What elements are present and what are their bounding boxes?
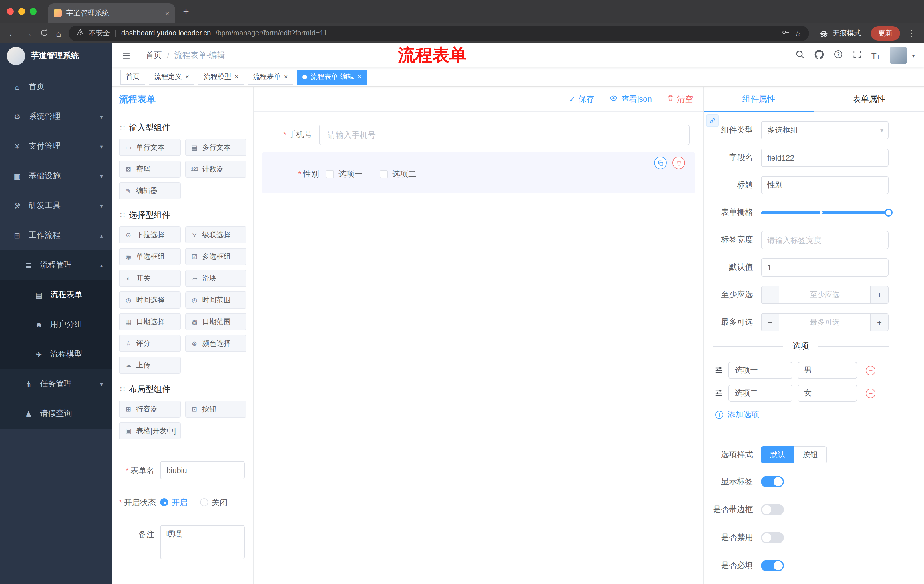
add-option-button[interactable]: + 添加选项 bbox=[704, 410, 889, 420]
status-off-label[interactable]: 关闭 bbox=[211, 493, 228, 512]
app-logo[interactable]: 芋道管理系统 bbox=[0, 43, 112, 69]
form-remark-input[interactable]: 嘿嘿 bbox=[160, 525, 245, 559]
sidebar-item-workflow[interactable]: ⊞ 工作流程 ▴ bbox=[0, 220, 112, 250]
component-time-picker[interactable]: ◷时间选择 bbox=[119, 291, 180, 309]
password-key-icon[interactable] bbox=[782, 28, 790, 38]
zoom-window-button[interactable] bbox=[30, 8, 36, 15]
form-grid-slider[interactable] bbox=[761, 204, 889, 222]
reload-icon[interactable] bbox=[40, 28, 49, 38]
link-icon[interactable] bbox=[706, 114, 719, 127]
fullscreen-icon[interactable] bbox=[852, 50, 861, 61]
bookmark-star-icon[interactable]: ☆ bbox=[795, 29, 801, 38]
component-password[interactable]: ⊠密码 bbox=[119, 161, 180, 178]
github-icon[interactable] bbox=[814, 49, 823, 61]
tag-process-definition[interactable]: 流程定义 × bbox=[148, 69, 195, 84]
decrease-button[interactable]: − bbox=[762, 286, 779, 303]
sidebar-item-process-form[interactable]: ▤ 流程表单 bbox=[0, 280, 112, 310]
view-json-button[interactable]: 查看json bbox=[609, 94, 652, 104]
label-width-input[interactable] bbox=[761, 231, 889, 249]
component-row-container[interactable]: ⊞行容器 bbox=[119, 401, 180, 418]
max-select-input[interactable]: 最多可选 bbox=[779, 314, 870, 331]
component-date-range[interactable]: ▩日期范围 bbox=[185, 313, 246, 330]
browser-menu-icon[interactable]: ⋮ bbox=[908, 29, 916, 38]
tag-process-model[interactable]: 流程模型 × bbox=[198, 69, 244, 84]
checkbox-icon[interactable] bbox=[326, 170, 334, 178]
disabled-switch[interactable] bbox=[761, 532, 784, 543]
required-switch[interactable] bbox=[761, 560, 784, 571]
sidebar-toggle-icon[interactable] bbox=[121, 51, 131, 60]
gender-field-selected[interactable]: 性别 选项一 选项二 bbox=[262, 152, 695, 193]
component-table[interactable]: ▣表格[开发中] bbox=[119, 422, 180, 439]
option-name-input[interactable] bbox=[728, 385, 792, 402]
component-type-select[interactable]: 多选框组 ▾ bbox=[761, 121, 889, 140]
copy-field-button[interactable] bbox=[654, 156, 667, 169]
remove-option-button[interactable]: − bbox=[866, 388, 875, 398]
show-label-switch[interactable] bbox=[761, 476, 784, 487]
help-icon[interactable]: ? bbox=[833, 50, 843, 61]
sidebar-item-infrastructure[interactable]: ▣ 基础设施 ▾ bbox=[0, 161, 112, 191]
component-button[interactable]: ⊡按钮 bbox=[185, 401, 246, 418]
tab-component-props[interactable]: 组件属性 bbox=[704, 87, 814, 112]
font-size-icon[interactable]: TT bbox=[871, 51, 880, 60]
home-icon[interactable]: ⌂ bbox=[56, 29, 61, 38]
phone-input[interactable] bbox=[319, 125, 690, 145]
gender-option-2[interactable]: 选项二 bbox=[380, 169, 416, 179]
close-icon[interactable]: × bbox=[185, 74, 189, 80]
close-icon[interactable]: × bbox=[284, 74, 288, 80]
tab-close-icon[interactable]: × bbox=[165, 9, 169, 17]
clear-button[interactable]: 清空 bbox=[667, 94, 693, 104]
component-upload[interactable]: ☁上传 bbox=[119, 357, 180, 374]
close-icon[interactable]: × bbox=[235, 74, 238, 80]
default-value-input[interactable] bbox=[761, 258, 889, 276]
drag-handle-icon[interactable] bbox=[714, 366, 723, 375]
close-icon[interactable]: × bbox=[358, 74, 361, 80]
security-label[interactable]: 不安全 bbox=[89, 28, 110, 38]
sidebar-item-payment-mgmt[interactable]: ¥ 支付管理 ▾ bbox=[0, 132, 112, 161]
decrease-button[interactable]: − bbox=[762, 314, 779, 331]
breadcrumb-home[interactable]: 首页 bbox=[146, 50, 162, 61]
delete-field-button[interactable] bbox=[672, 156, 685, 169]
checkbox-icon[interactable] bbox=[380, 170, 388, 178]
avatar[interactable] bbox=[890, 47, 907, 64]
option-value-input[interactable] bbox=[798, 362, 857, 379]
component-cascader[interactable]: ⋎级联选择 bbox=[185, 226, 246, 243]
back-icon[interactable]: ← bbox=[8, 29, 16, 38]
tag-process-form-edit[interactable]: 流程表单-编辑 × bbox=[297, 69, 367, 84]
status-off-radio[interactable] bbox=[200, 498, 208, 506]
sidebar-item-dashboard[interactable]: ⌂ 首页 bbox=[0, 72, 112, 102]
component-editor[interactable]: ✎编辑器 bbox=[119, 182, 180, 199]
tag-home[interactable]: 首页 bbox=[120, 69, 145, 84]
sidebar-item-task-mgmt[interactable]: ⋔ 任务管理 ▾ bbox=[0, 369, 112, 399]
option-name-input[interactable] bbox=[728, 362, 792, 379]
component-single-line-text[interactable]: ▭单行文本 bbox=[119, 139, 180, 156]
close-window-button[interactable] bbox=[7, 8, 14, 15]
new-tab-button[interactable]: + bbox=[183, 5, 189, 17]
save-button[interactable]: ✓ 保存 bbox=[569, 94, 594, 104]
border-switch[interactable] bbox=[761, 504, 784, 515]
component-time-range[interactable]: ◴时间范围 bbox=[185, 291, 246, 309]
component-radio-group[interactable]: ◉单选框组 bbox=[119, 248, 180, 265]
address-bar[interactable]: 不安全 | dashboard.yudao.iocoder.cn /bpm/ma… bbox=[69, 25, 809, 41]
browser-tab[interactable]: 芋道管理系统 × bbox=[48, 3, 175, 23]
component-date-picker[interactable]: ▦日期选择 bbox=[119, 313, 180, 330]
increase-button[interactable]: + bbox=[870, 286, 888, 303]
component-slider[interactable]: ⊶滑块 bbox=[185, 270, 246, 287]
sidebar-item-system-mgmt[interactable]: ⚙ 系统管理 ▾ bbox=[0, 102, 112, 132]
component-switch[interactable]: ◐开关 bbox=[119, 270, 180, 287]
min-select-input[interactable]: 至少应选 bbox=[779, 286, 870, 303]
component-color-picker[interactable]: ⊛颜色选择 bbox=[185, 335, 246, 352]
title-input[interactable] bbox=[761, 176, 889, 194]
style-button-button[interactable]: 按钮 bbox=[794, 446, 827, 464]
increase-button[interactable]: + bbox=[870, 314, 888, 331]
component-checkbox-group[interactable]: ☑多选框组 bbox=[185, 248, 246, 265]
status-on-label[interactable]: 开启 bbox=[172, 493, 188, 512]
status-on-radio[interactable] bbox=[160, 498, 168, 506]
component-multi-line-text[interactable]: ▤多行文本 bbox=[185, 139, 246, 156]
tab-form-props[interactable]: 表单属性 bbox=[814, 87, 924, 112]
sidebar-item-process-mgmt[interactable]: ≣ 流程管理 ▴ bbox=[0, 250, 112, 280]
search-icon[interactable] bbox=[795, 50, 804, 61]
tag-process-form[interactable]: 流程表单 × bbox=[248, 69, 294, 84]
drag-handle-icon[interactable] bbox=[714, 388, 723, 398]
component-dropdown[interactable]: ⊙下拉选择 bbox=[119, 226, 180, 243]
phone-field[interactable]: 手机号 bbox=[262, 125, 695, 145]
